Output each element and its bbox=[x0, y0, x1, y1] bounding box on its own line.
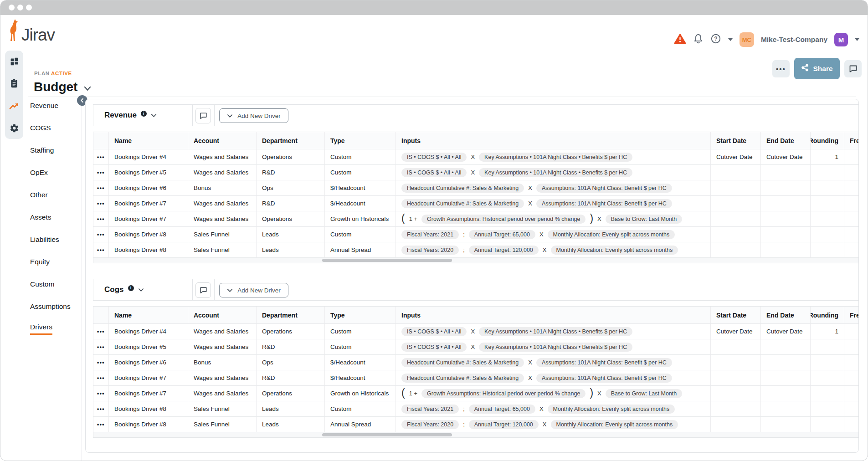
input-pill[interactable]: IS • COGS $ • All • All bbox=[401, 343, 467, 352]
user-menu-caret-icon[interactable] bbox=[855, 38, 859, 41]
sidebar-item-staffing[interactable]: Staffing bbox=[0, 139, 82, 161]
input-pill[interactable]: Monthly Allocation: Evenly split across … bbox=[548, 230, 675, 239]
row-menu-button[interactable]: ••• bbox=[93, 211, 109, 226]
row-menu-button[interactable]: ••• bbox=[93, 355, 109, 370]
cell-department: R&D bbox=[257, 370, 325, 385]
row-menu-button[interactable]: ••• bbox=[93, 196, 109, 211]
sidebar-item-other[interactable]: Other bbox=[0, 184, 82, 206]
add-new-driver-button[interactable]: Add New Driver bbox=[219, 108, 288, 123]
more-actions-button[interactable]: ••• bbox=[772, 60, 790, 77]
input-pill[interactable]: Key Assumptions • 101A Night Class • Ben… bbox=[479, 153, 632, 162]
input-pill[interactable]: Annual Target: 120,000 bbox=[469, 420, 539, 429]
company-name[interactable]: Mike-Test-Company bbox=[761, 36, 827, 44]
window-control-dot[interactable] bbox=[26, 5, 32, 10]
input-pill[interactable]: Monthly Allocation: Evenly split across … bbox=[551, 420, 678, 429]
input-pill[interactable]: Assumptions: 101A Night Class: Benefit $… bbox=[536, 199, 672, 208]
input-pill[interactable]: Fiscal Years: 2020 bbox=[401, 420, 459, 429]
row-menu-button[interactable]: ••• bbox=[93, 242, 109, 257]
row-menu-button[interactable]: ••• bbox=[93, 180, 109, 195]
sidebar-item-liabilities[interactable]: Liabilities bbox=[0, 228, 82, 251]
sidebar-item-custom[interactable]: Custom bbox=[0, 273, 82, 295]
sidebar-item-revenue[interactable]: Revenue bbox=[0, 94, 82, 117]
sidebar-item-cogs[interactable]: COGS bbox=[0, 117, 82, 139]
share-button[interactable]: Share bbox=[794, 58, 840, 79]
row-menu-button[interactable]: ••• bbox=[93, 165, 109, 180]
input-pill[interactable]: Assumptions: 101A Night Class: Benefit $… bbox=[536, 374, 672, 383]
input-pill[interactable]: Monthly Allocation: Evenly split across … bbox=[548, 405, 675, 414]
input-operator: X bbox=[528, 359, 532, 366]
row-menu-button[interactable]: ••• bbox=[93, 401, 109, 416]
cell-start-date bbox=[711, 227, 761, 242]
horizontal-scrollbar bbox=[93, 432, 859, 438]
input-pill[interactable]: Annual Target: 65,000 bbox=[469, 230, 535, 239]
input-pill[interactable]: IS • COGS $ • All • All bbox=[401, 153, 467, 162]
input-pill[interactable]: Monthly Allocation: Evenly split across … bbox=[551, 246, 678, 255]
input-pill[interactable]: Key Assumptions • 101A Night Class • Ben… bbox=[479, 168, 632, 177]
user-avatar[interactable]: M bbox=[834, 33, 848, 46]
input-pill[interactable]: Key Assumptions • 101A Night Class • Ben… bbox=[479, 343, 632, 352]
input-pill[interactable]: Annual Target: 120,000 bbox=[469, 246, 539, 255]
row-menu-button[interactable]: ••• bbox=[93, 339, 109, 354]
scrollbar-thumb[interactable] bbox=[322, 259, 452, 262]
info-icon[interactable]: i bbox=[128, 285, 134, 291]
sidebar-item-equity[interactable]: Equity bbox=[0, 251, 82, 273]
input-pill[interactable]: Assumptions: 101A Night Class: Benefit $… bbox=[536, 358, 672, 367]
window-control-dot[interactable] bbox=[9, 5, 15, 10]
sidebar-item-drivers[interactable]: Drivers bbox=[0, 318, 82, 340]
cell-frequency bbox=[844, 339, 859, 354]
column-header: Start Date bbox=[711, 307, 761, 323]
company-avatar[interactable]: MC bbox=[740, 32, 754, 47]
input-pill[interactable]: Annual Target: 65,000 bbox=[469, 405, 535, 414]
cell-account: Wages and Salaries bbox=[188, 196, 257, 211]
input-pill[interactable]: Fiscal Years: 2021 bbox=[401, 405, 459, 414]
budget-chevron-down-icon[interactable] bbox=[84, 80, 91, 94]
notifications-bell-icon[interactable] bbox=[693, 33, 704, 46]
cell-frequency bbox=[844, 370, 859, 385]
row-menu-button[interactable]: ••• bbox=[93, 324, 109, 339]
add-new-driver-button[interactable]: Add New Driver bbox=[219, 283, 288, 297]
jirav-logo: Jirav bbox=[8, 19, 55, 43]
section-chevron-down-icon[interactable] bbox=[151, 111, 157, 120]
window-control-dot[interactable] bbox=[17, 5, 23, 10]
input-pill[interactable]: Base to Grow: Last Month bbox=[606, 215, 683, 224]
input-pill[interactable]: Headcount Cumulative #: Sales & Marketin… bbox=[401, 199, 524, 208]
window-titlebar[interactable] bbox=[0, 0, 868, 15]
sidebar-item-assumptions[interactable]: Assumptions bbox=[0, 295, 82, 318]
help-icon[interactable]: ? bbox=[710, 33, 721, 46]
scrollbar-thumb[interactable] bbox=[322, 433, 452, 436]
info-icon[interactable]: i bbox=[141, 111, 147, 117]
input-pill[interactable]: IS • COGS $ • All • All bbox=[401, 168, 467, 177]
sidebar-item-opex[interactable]: OpEx bbox=[0, 161, 82, 184]
table-row: •••Bookings Driver #7Wages and SalariesR… bbox=[93, 195, 859, 211]
table-row: •••Bookings Driver #5Wages and SalariesR… bbox=[93, 164, 859, 180]
cell-frequency bbox=[844, 242, 859, 257]
input-pill[interactable]: Headcount Cumulative #: Sales & Marketin… bbox=[401, 358, 524, 367]
input-pill[interactable]: Key Assumptions • 101A Night Class • Ben… bbox=[479, 327, 632, 336]
dashboards-icon[interactable] bbox=[9, 56, 19, 66]
row-menu-button[interactable]: ••• bbox=[93, 149, 109, 164]
section-comment-button[interactable] bbox=[195, 108, 211, 123]
section-comment-button[interactable] bbox=[195, 282, 211, 298]
input-pill[interactable]: Base to Grow: Last Month bbox=[606, 389, 683, 398]
input-pill[interactable]: Fiscal Years: 2020 bbox=[401, 246, 459, 255]
input-pill[interactable]: Assumptions: 101A Night Class: Benefit $… bbox=[536, 184, 672, 193]
input-pill[interactable]: IS • COGS $ • All • All bbox=[401, 327, 467, 336]
input-pill[interactable]: Fiscal Years: 2021 bbox=[401, 230, 459, 239]
section-title: Cogs bbox=[104, 285, 124, 294]
input-pill[interactable]: Growth Assumptions: Historical period ov… bbox=[421, 389, 586, 398]
input-pill[interactable]: Headcount Cumulative #: Sales & Marketin… bbox=[401, 184, 524, 193]
giraffe-icon bbox=[8, 19, 20, 43]
input-pill[interactable]: Headcount Cumulative #: Sales & Marketin… bbox=[401, 374, 524, 383]
input-pill[interactable]: Growth Assumptions: Historical period ov… bbox=[421, 215, 586, 224]
help-caret-icon[interactable] bbox=[728, 38, 733, 41]
row-menu-button[interactable]: ••• bbox=[93, 386, 109, 401]
plans-clipboard-icon[interactable] bbox=[9, 78, 19, 88]
row-menu-button[interactable]: ••• bbox=[93, 370, 109, 385]
page-comment-button[interactable] bbox=[844, 60, 862, 77]
warning-icon[interactable] bbox=[674, 33, 686, 46]
sidebar-item-assets[interactable]: Assets bbox=[0, 206, 82, 228]
row-menu-button[interactable]: ••• bbox=[93, 417, 109, 432]
row-menu-button[interactable]: ••• bbox=[93, 227, 109, 242]
section-chevron-down-icon[interactable] bbox=[138, 285, 144, 294]
plan-status-badge: ACTIVE bbox=[51, 71, 72, 76]
